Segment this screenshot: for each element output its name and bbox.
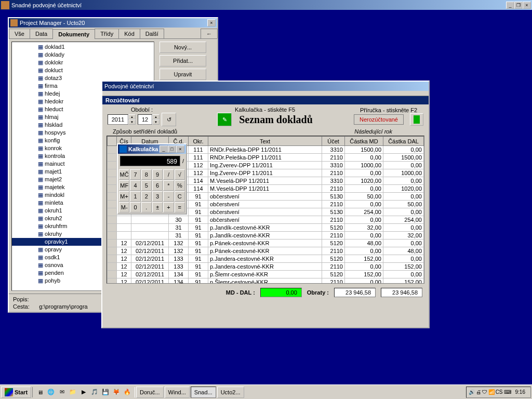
pm-tab[interactable]: Vše bbox=[9, 29, 30, 38]
taskbar-task[interactable]: Doruč... bbox=[136, 387, 164, 398]
calc-key[interactable]: / bbox=[163, 169, 174, 180]
app-minimize-button[interactable]: _ bbox=[506, 2, 514, 9]
pm-titlebar[interactable]: Project Manager - Ucto20 × bbox=[9, 18, 217, 28]
taskbar-task[interactable]: Snad... bbox=[191, 387, 216, 398]
pm-tree-item[interactable]: doklokr bbox=[12, 59, 154, 66]
pm-tree-item[interactable]: dokluct bbox=[12, 66, 154, 74]
clock[interactable]: 9:16 bbox=[512, 389, 528, 395]
calc-key[interactable]: 0 bbox=[130, 202, 140, 212]
ac-titlebar[interactable]: Podvojné účetnictví bbox=[102, 82, 429, 91]
ql-icon[interactable]: 📁 bbox=[68, 387, 78, 397]
ql-icon[interactable]: 🎵 bbox=[89, 387, 100, 397]
pm-tab[interactable]: Třídy bbox=[95, 29, 119, 38]
pm-tree-item[interactable]: doklady bbox=[12, 51, 154, 59]
ql-icon[interactable]: 🌐 bbox=[46, 387, 56, 397]
year-up[interactable]: ▲ bbox=[128, 114, 136, 119]
calc-key[interactable]: MF bbox=[119, 180, 129, 191]
calc-key[interactable]: 6 bbox=[152, 180, 163, 191]
start-button[interactable]: Start bbox=[1, 387, 31, 398]
app-close-button[interactable]: × bbox=[523, 2, 531, 9]
table-row[interactable]: 3191p.Jandík-cestovné-KKR512032,000,00 bbox=[108, 224, 424, 232]
app-restore-button[interactable]: ❐ bbox=[514, 2, 523, 9]
col-header[interactable] bbox=[108, 137, 117, 146]
calc-key[interactable]: 2 bbox=[141, 191, 152, 202]
tray-icon[interactable]: 🛡 bbox=[482, 389, 487, 395]
calc-key[interactable]: 3 bbox=[152, 191, 163, 202]
table-row[interactable]: 1202/12/201113291p.Pánek-cestovné-KKR211… bbox=[108, 247, 424, 255]
calc-key[interactable]: C bbox=[175, 191, 185, 202]
calc-titlebar[interactable]: Kalkulačka _ □ × bbox=[118, 144, 186, 154]
calc-key[interactable]: * bbox=[163, 180, 174, 191]
pm-tab-scroll[interactable]: ← bbox=[201, 29, 218, 38]
calc-minimize-button[interactable]: _ bbox=[159, 145, 168, 153]
calc-key[interactable]: + bbox=[163, 202, 174, 212]
table-row[interactable]: 1202/12/201113391p.Jandera-cestovné-KKR2… bbox=[108, 263, 424, 271]
col-header[interactable]: Částka DAL bbox=[383, 137, 424, 146]
exit-button[interactable] bbox=[410, 113, 423, 126]
month-up[interactable]: ▲ bbox=[152, 114, 159, 119]
ql-icon[interactable]: 💾 bbox=[100, 387, 111, 397]
calc-key[interactable]: 4 bbox=[130, 180, 140, 191]
table-row[interactable]: 1202/12/201113491p.Šlemr-cestovné-KKR211… bbox=[108, 278, 424, 284]
col-header[interactable]: Text bbox=[208, 137, 322, 146]
pm-action-button[interactable]: Přidat... bbox=[159, 55, 206, 66]
taskbar-task[interactable]: Ucto2... bbox=[217, 387, 244, 398]
pm-tab[interactable]: Další bbox=[140, 29, 164, 38]
pm-tree-item[interactable]: doklad1 bbox=[12, 43, 154, 51]
ql-icon[interactable]: ✉ bbox=[57, 387, 67, 397]
month-down[interactable]: ▼ bbox=[152, 119, 159, 125]
calc-key[interactable]: = bbox=[175, 202, 185, 212]
ql-icon[interactable]: ▶ bbox=[78, 387, 89, 397]
calc-key[interactable]: - bbox=[163, 191, 174, 202]
col-header[interactable]: Částka MD bbox=[345, 137, 383, 146]
table-row[interactable]: 1202/12/201113391p.Jandera-cestovné-KKR5… bbox=[108, 255, 424, 263]
table-row[interactable]: 1202/12/201113491p.Šlemr-cestovné-KKR512… bbox=[108, 271, 424, 278]
calc-key[interactable]: 9 bbox=[152, 169, 163, 180]
pm-tab[interactable]: Kód bbox=[118, 29, 140, 38]
calc-key[interactable]: M+ bbox=[119, 191, 129, 202]
year-input[interactable] bbox=[108, 114, 128, 125]
calc-key[interactable]: 1 bbox=[130, 191, 140, 202]
calc-close-button[interactable]: × bbox=[176, 145, 184, 153]
calc-key[interactable]: 7 bbox=[130, 169, 140, 180]
month-spinner[interactable]: ▲▼ bbox=[138, 113, 159, 126]
calc-launch-button[interactable]: ✎ bbox=[217, 113, 232, 126]
ql-icon[interactable]: 🦊 bbox=[111, 387, 122, 397]
pm-tab[interactable]: Dokumenty bbox=[52, 29, 95, 39]
table-row[interactable]: 1202/12/201113291p.Pánek-cestovné-KKR512… bbox=[108, 240, 424, 247]
ql-icon[interactable]: 🖥 bbox=[35, 387, 45, 397]
pm-action-button[interactable]: Nový... bbox=[159, 42, 206, 53]
quick-launch[interactable]: 🖥🌐✉📁▶🎵💾🦊🔥 bbox=[32, 387, 135, 397]
calc-key[interactable]: ± bbox=[152, 202, 163, 212]
pm-tab[interactable]: Data bbox=[30, 29, 53, 38]
calc-key[interactable]: . bbox=[141, 202, 152, 212]
tray-icon[interactable]: ⌨ bbox=[504, 389, 511, 395]
year-down[interactable]: ▼ bbox=[128, 119, 136, 125]
system-tray[interactable]: 🔊🖨🛡📶CS⌨ 9:16 bbox=[466, 387, 531, 398]
col-header[interactable]: Účet bbox=[322, 137, 345, 146]
calc-key[interactable]: 5 bbox=[141, 180, 152, 191]
ql-icon[interactable]: 🔥 bbox=[122, 387, 132, 397]
tray-icon[interactable]: 🔊 bbox=[469, 389, 475, 395]
tray-icon[interactable]: 📶 bbox=[488, 389, 495, 395]
calc-key[interactable]: √ bbox=[175, 169, 185, 180]
taskbar-task[interactable]: Wind... bbox=[165, 387, 190, 398]
calc-key[interactable]: 8 bbox=[141, 169, 152, 180]
calc-key[interactable]: M- bbox=[119, 202, 129, 212]
taskbar[interactable]: Start 🖥🌐✉📁▶🎵💾🦊🔥 Doruč...Wind...Snad...Uc… bbox=[0, 384, 532, 399]
calculator-window[interactable]: Kalkulačka _ □ × 589 / MČ789/√MF456*%M+1… bbox=[117, 143, 187, 215]
tray-icon[interactable]: CS bbox=[496, 389, 503, 395]
pm-action-button[interactable]: Upravit bbox=[159, 69, 206, 80]
tray-icon[interactable]: 🖨 bbox=[476, 389, 481, 395]
refresh-button[interactable]: ↺ bbox=[162, 113, 176, 126]
pm-close-button[interactable]: × bbox=[207, 19, 216, 26]
month-input[interactable] bbox=[138, 114, 152, 125]
app-titlebar[interactable]: Snadné podvojné účetnictví _ ❐ × bbox=[0, 0, 532, 10]
calc-key[interactable]: MČ bbox=[119, 169, 129, 180]
col-header[interactable]: Okr. bbox=[189, 137, 208, 146]
calc-maximize-button[interactable]: □ bbox=[168, 145, 176, 153]
unposted-button[interactable]: Nerozúčtované bbox=[354, 114, 404, 125]
table-row[interactable]: 3091občerstvení21100,00254,00 bbox=[108, 216, 424, 224]
table-row[interactable]: 3191p.Jandík-cestovné-KKR21100,0032,00 bbox=[108, 232, 424, 240]
year-spinner[interactable]: ▲▼ bbox=[108, 113, 136, 126]
